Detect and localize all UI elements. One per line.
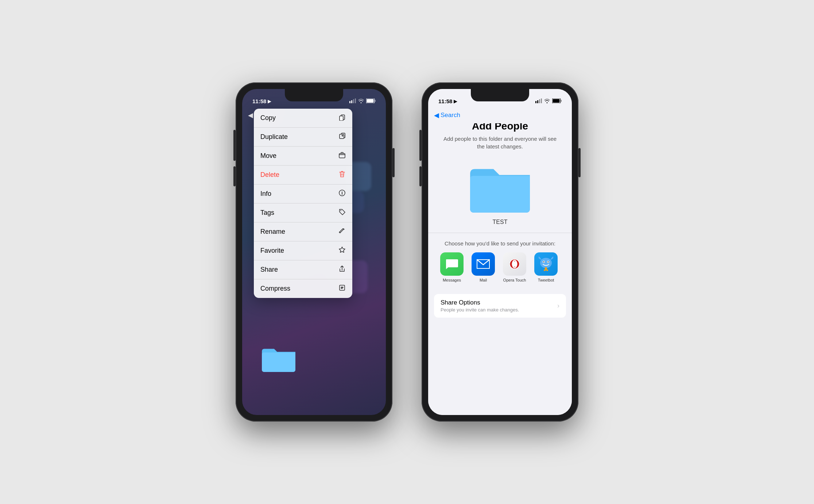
copy-icon — [338, 113, 346, 123]
vol-down-btn — [233, 166, 236, 186]
back-arrow-icon-2: ◀ — [434, 111, 439, 119]
trash-icon — [338, 170, 346, 179]
messages-icon — [440, 252, 464, 276]
folder-preview: TEST — [428, 158, 572, 233]
wifi-icon-2 — [544, 98, 550, 104]
menu-item-info[interactable]: Info — [254, 185, 352, 203]
svg-rect-0 — [349, 101, 350, 103]
menu-item-share-label: Share — [260, 266, 278, 274]
svg-point-30 — [548, 261, 549, 263]
share-icon — [338, 265, 346, 274]
tweetbot-label: Tweetbot — [538, 278, 554, 282]
power-btn — [392, 148, 395, 177]
status-icons-1 — [349, 98, 376, 104]
menu-item-delete[interactable]: Delete — [254, 166, 352, 185]
vol-up-btn-2 — [419, 141, 422, 161]
battery-icon — [366, 98, 376, 104]
share-options-title: Share Options — [441, 299, 519, 306]
svg-rect-2 — [353, 99, 354, 103]
svg-rect-3 — [355, 98, 356, 103]
svg-rect-15 — [537, 100, 538, 103]
svg-rect-16 — [539, 99, 540, 103]
svg-point-26 — [540, 258, 552, 268]
rename-icon — [338, 227, 346, 236]
location-icon-2: ▶ — [454, 99, 457, 104]
folder-label: TEST — [493, 219, 508, 225]
vol-down-btn-2 — [419, 166, 422, 186]
opera-icon — [503, 252, 526, 276]
compress-icon — [338, 284, 346, 293]
share-options-left: Share Options People you invite can make… — [441, 299, 519, 313]
duplicate-icon — [338, 132, 346, 141]
location-icon: ▶ — [268, 99, 271, 104]
menu-item-tags-label: Tags — [260, 209, 274, 217]
status-time-2: 11:58 ▶ — [438, 98, 457, 104]
share-options[interactable]: Share Options People you invite can make… — [434, 294, 566, 318]
app-icons-row: Messages Mail — [435, 252, 565, 282]
opera-label: Opera Touch — [503, 278, 526, 282]
menu-item-favorite-label: Favorite — [260, 247, 284, 255]
menu-item-copy-label: Copy — [260, 114, 276, 122]
mail-label: Mail — [480, 278, 487, 282]
chevron-right-icon: › — [557, 302, 559, 310]
phone1-screen: 11:58 ▶ ◀ Search — [242, 89, 386, 415]
menu-item-compress[interactable]: Compress — [254, 279, 352, 298]
back-label-2: Search — [441, 112, 460, 119]
phone2-screen: 11:58 ▶ ◀ Search — [428, 89, 572, 415]
menu-item-rename-label: Rename — [260, 228, 285, 236]
app-mail[interactable]: Mail — [470, 252, 496, 282]
svg-rect-6 — [375, 100, 376, 102]
svg-rect-32 — [544, 270, 546, 271]
svg-point-12 — [340, 210, 341, 211]
menu-item-copy[interactable]: Copy — [254, 109, 352, 128]
status-icons-2 — [535, 98, 562, 104]
share-options-container: Share Options People you invite can make… — [428, 286, 572, 318]
sheet-subtitle: Add people to this folder and everyone w… — [428, 135, 572, 158]
invitation-label: Choose how you'd like to send your invit… — [435, 240, 565, 247]
messages-label: Messages — [443, 278, 461, 282]
nav-bar-2: ◀ Search — [428, 107, 572, 123]
svg-rect-1 — [351, 100, 352, 103]
star-icon — [338, 246, 346, 255]
notch-2 — [471, 89, 529, 101]
move-icon — [338, 151, 346, 160]
menu-item-favorite[interactable]: Favorite — [254, 241, 352, 260]
folder-svg — [467, 161, 533, 216]
notch — [285, 89, 343, 101]
signal-icon-2 — [535, 98, 542, 104]
menu-item-delete-label: Delete — [260, 171, 279, 179]
context-menu: Copy Duplicate Move Delete — [254, 109, 352, 298]
power-btn-2 — [578, 148, 581, 177]
menu-item-rename[interactable]: Rename — [254, 222, 352, 241]
menu-item-share[interactable]: Share — [254, 260, 352, 279]
mail-icon — [472, 252, 495, 276]
menu-item-info-label: Info — [260, 190, 271, 198]
back-arrow-icon: ◀ — [248, 111, 253, 119]
svg-rect-8 — [340, 116, 343, 121]
svg-rect-9 — [340, 134, 344, 139]
app-tweetbot[interactable]: Tweetbot — [533, 252, 559, 282]
time-label-1: 11:58 — [252, 98, 266, 104]
app-opera[interactable]: Opera Touch — [502, 252, 527, 282]
menu-item-tags[interactable]: Tags — [254, 203, 352, 222]
svg-rect-20 — [561, 100, 562, 102]
info-icon — [338, 189, 346, 198]
back-button-2[interactable]: ◀ Search — [434, 111, 460, 119]
vol-up-btn — [233, 141, 236, 161]
app-messages[interactable]: Messages — [439, 252, 465, 282]
svg-rect-33 — [546, 270, 548, 271]
svg-rect-5 — [367, 99, 374, 103]
tags-icon — [338, 208, 346, 217]
menu-item-duplicate-label: Duplicate — [260, 133, 288, 141]
invitation-section: Choose how you'd like to send your invit… — [428, 233, 572, 286]
menu-item-move-label: Move — [260, 152, 276, 160]
phone-2: 11:58 ▶ ◀ Search — [422, 82, 578, 422]
battery-icon-2 — [552, 98, 562, 104]
time-label-2: 11:58 — [438, 98, 452, 104]
tweetbot-icon — [534, 252, 558, 276]
menu-item-compress-label: Compress — [260, 285, 290, 292]
phone1-folder — [260, 344, 297, 375]
phone-1: 11:58 ▶ ◀ Search — [236, 82, 392, 422]
menu-item-move[interactable]: Move — [254, 147, 352, 166]
menu-item-duplicate[interactable]: Duplicate — [254, 128, 352, 147]
